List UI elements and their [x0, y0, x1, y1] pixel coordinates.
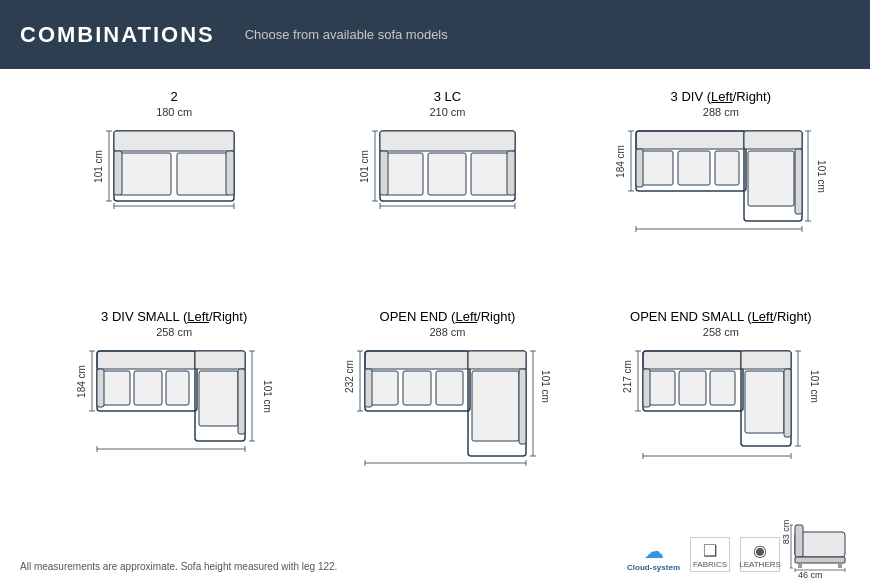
svg-rect-103: [795, 557, 845, 563]
sofa-depth-label-6b: 101 cm: [808, 370, 819, 403]
cloud-icon: ☁: [644, 539, 664, 563]
small-sofa-height-label: 83 cm: [781, 520, 791, 545]
svg-rect-13: [380, 131, 515, 151]
sofa-cell-5: OPEN END (Left/Right) 288 cm: [303, 304, 566, 514]
svg-rect-84: [648, 371, 675, 405]
svg-rect-105: [838, 563, 842, 568]
svg-rect-90: [745, 371, 784, 433]
svg-rect-44: [97, 351, 197, 369]
fabrics-label: FABRICS: [693, 560, 727, 569]
sofa-depth-label-4b: 101 cm: [262, 380, 273, 413]
sofa-depth-label-2: 101 cm: [359, 150, 370, 183]
svg-rect-65: [370, 371, 398, 405]
svg-rect-29: [715, 151, 739, 185]
svg-rect-28: [678, 151, 710, 185]
sofa-cell-1: 2 180 cm: [30, 84, 293, 294]
svg-rect-46: [102, 371, 130, 405]
sofa-depth-label-1: 101 cm: [93, 150, 104, 183]
footer-logos: ☁ Cloud-system ❑ FABRICS ◉ LEATHERS: [627, 517, 850, 572]
header-subtitle: Choose from available sofa models: [245, 27, 448, 42]
svg-rect-89: [741, 351, 791, 369]
sofa-depth-label-3b: 101 cm: [816, 160, 827, 193]
sofa-diagram-1: 101 cm: [104, 121, 244, 211]
svg-rect-63: [365, 351, 470, 369]
svg-rect-5: [226, 151, 234, 195]
fabrics-icon: ❑: [703, 541, 717, 560]
svg-rect-15: [428, 153, 466, 195]
svg-rect-68: [365, 369, 372, 407]
svg-rect-66: [403, 371, 431, 405]
svg-rect-104: [798, 563, 802, 568]
fabrics-logo: ❑ FABRICS: [690, 537, 730, 572]
cloud-system-logo: ☁ Cloud-system: [627, 539, 680, 572]
svg-rect-86: [710, 371, 735, 405]
sofa-diagram-5: 232 cm 101 cm: [355, 341, 540, 471]
sofa-cell-4: 3 DIV SMALL (Left/Right) 258 cm: [30, 304, 293, 514]
sofa-diagram-2: 101 cm: [370, 121, 525, 211]
small-sofa-diagram: 83 cm 46 cm: [790, 517, 850, 572]
svg-rect-4: [114, 151, 122, 195]
svg-rect-71: [472, 371, 519, 441]
svg-rect-51: [195, 351, 245, 369]
svg-rect-14: [385, 153, 423, 195]
svg-rect-27: [641, 151, 673, 185]
sofa-diagram-4: 184 cm 101 cm: [87, 341, 262, 456]
svg-rect-48: [166, 371, 189, 405]
svg-rect-3: [177, 153, 229, 195]
sofa-depth-label-5a: 232 cm: [344, 360, 355, 393]
sofa-cell-2: 3 LC 210 cm 101 cm: [303, 84, 566, 294]
svg-rect-17: [380, 151, 388, 195]
small-sofa-depth-label: 46 cm: [798, 570, 823, 580]
sofa-width-5: 288 cm: [429, 326, 465, 338]
sofa-title-3: 3 DIV (Left/Right): [671, 89, 771, 104]
leathers-icon: ◉: [753, 541, 767, 560]
svg-rect-87: [643, 369, 650, 407]
sofa-grid: 2 180 cm: [30, 84, 840, 514]
svg-rect-47: [134, 371, 162, 405]
leathers-logo: ◉ LEATHERS: [740, 537, 780, 572]
page-title: COMBINATIONS: [20, 22, 215, 48]
sofa-width-6: 258 cm: [703, 326, 739, 338]
sofa-depth-label-6a: 217 cm: [622, 360, 633, 393]
sofa-title-4: 3 DIV SMALL (Left/Right): [101, 309, 247, 324]
sofa-depth-label-4a: 184 cm: [76, 365, 87, 398]
svg-rect-49: [97, 369, 104, 407]
footer: All measurements are approximate. Sofa h…: [0, 517, 870, 572]
svg-rect-30: [636, 149, 643, 187]
sofa-depth-label-3a: 184 cm: [615, 145, 626, 178]
svg-rect-85: [679, 371, 706, 405]
header: COMBINATIONS Choose from available sofa …: [0, 0, 870, 69]
svg-rect-33: [748, 151, 794, 206]
sofa-title-6: OPEN END SMALL (Left/Right): [630, 309, 812, 324]
svg-rect-70: [468, 351, 526, 369]
svg-rect-2: [119, 153, 171, 195]
svg-rect-102: [795, 525, 803, 557]
sofa-title-5: OPEN END (Left/Right): [380, 309, 516, 324]
sofa-width-1: 180 cm: [156, 106, 192, 118]
svg-rect-32: [744, 131, 802, 149]
small-sofa-svg: [790, 517, 850, 572]
sofa-width-3: 288 cm: [703, 106, 739, 118]
svg-rect-1: [114, 131, 234, 151]
svg-rect-52: [199, 371, 238, 426]
leathers-label: LEATHERS: [739, 560, 781, 569]
svg-rect-34: [795, 149, 802, 214]
svg-rect-72: [519, 369, 526, 444]
cloud-system-text: Cloud-system: [627, 563, 680, 572]
sofa-diagram-3: 184 cm 101 cm: [626, 121, 816, 236]
sofa-width-4: 258 cm: [156, 326, 192, 338]
sofa-diagram-6: 217 cm 101 cm: [633, 341, 808, 466]
footer-note: All measurements are approximate. Sofa h…: [20, 561, 337, 572]
svg-rect-91: [784, 369, 791, 437]
svg-rect-16: [471, 153, 509, 195]
svg-rect-53: [238, 369, 245, 434]
svg-rect-25: [636, 131, 746, 149]
sofa-cell-6: OPEN END SMALL (Left/Right) 258 cm: [577, 304, 840, 514]
sofa-depth-label-5b: 101 cm: [540, 370, 551, 403]
sofa-title-1: 2: [171, 89, 178, 104]
svg-rect-82: [643, 351, 743, 369]
sofa-cell-3: 3 DIV (Left/Right) 288 cm: [577, 84, 840, 294]
main-content: 2 180 cm: [0, 69, 870, 580]
svg-rect-18: [507, 151, 515, 195]
sofa-width-2: 210 cm: [429, 106, 465, 118]
